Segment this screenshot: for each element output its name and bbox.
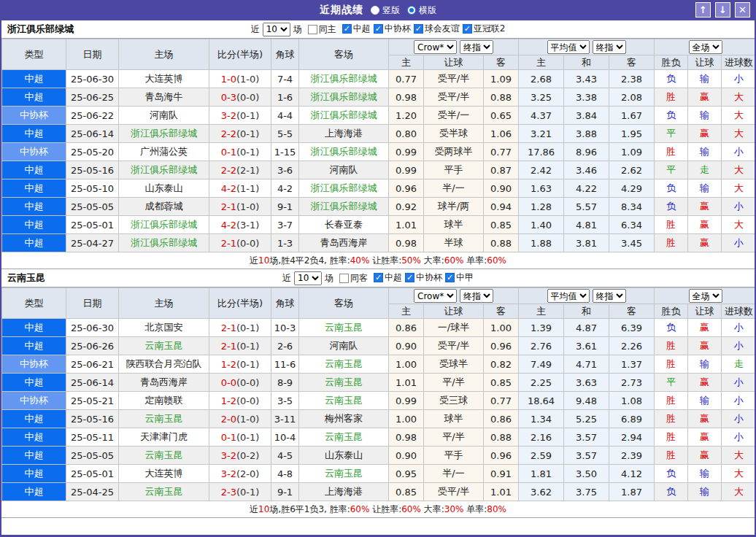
same-venue-checkbox[interactable]: 同主 bbox=[308, 23, 336, 36]
home-team-cell: 浙江俱乐部绿城 bbox=[119, 161, 209, 179]
result-handicap-cell: 输 bbox=[688, 143, 722, 161]
match-type-cell: 中超 bbox=[2, 374, 66, 392]
league-filter-checkbox[interactable]: 中协杯 bbox=[405, 271, 442, 284]
result-handicap-cell: 输 bbox=[688, 483, 722, 501]
halftime-score: (0-1) bbox=[236, 147, 259, 158]
avg-away-odds-cell: 2.26 bbox=[609, 337, 655, 355]
away-team-cell: 云南玉昆 bbox=[299, 355, 389, 374]
home-team-cell: 大连英博 bbox=[119, 70, 209, 88]
home-team-cell: 青岛海牛 bbox=[119, 88, 209, 107]
move-up-button[interactable]: ↑ bbox=[695, 2, 711, 18]
summary-text: 10 bbox=[258, 255, 269, 266]
avg-home-odds-cell: 3.21 bbox=[519, 125, 564, 143]
avg-draw-odds-cell: 3.43 bbox=[564, 70, 609, 88]
league-filter-checkbox[interactable]: 中协杯 bbox=[374, 23, 411, 35]
avg-away-odds-cell: 6.34 bbox=[609, 216, 655, 234]
result-goals-cell: 小 bbox=[722, 428, 756, 447]
fulltime-score: 2-3 bbox=[221, 487, 236, 498]
handicap-line-cell: 半球 bbox=[424, 234, 484, 252]
handicap-home-odds-cell: 0.85 bbox=[389, 483, 424, 501]
corners-cell: 3-6 bbox=[271, 161, 299, 179]
filter-recent-label: 近 bbox=[251, 23, 260, 36]
league-filter-checkbox[interactable]: 中超 bbox=[374, 271, 402, 284]
average-select[interactable]: 平均值 bbox=[547, 289, 590, 303]
league-filter-checkbox[interactable]: 中甲 bbox=[445, 271, 474, 284]
checkbox-icon bbox=[342, 24, 352, 34]
scope-select[interactable]: 全场 bbox=[689, 40, 722, 54]
away-team-cell: 山东泰山 bbox=[299, 447, 389, 465]
handicap-away-odds-cell: 0.82 bbox=[484, 355, 519, 374]
date-cell: 25-06-14 bbox=[66, 374, 119, 392]
odds-company-select[interactable]: Crow* bbox=[414, 289, 457, 303]
date-cell: 25-06-26 bbox=[66, 337, 119, 355]
handicap-home-odds-cell: 0.86 bbox=[389, 319, 424, 337]
col-header-corners: 角球 bbox=[271, 39, 299, 70]
match-row: 中超25-06-14青岛西海岸0-0(0-0)8-9云南玉昆1.01平/半0.8… bbox=[2, 374, 756, 392]
summary-text: 场,胜6平1负3, 胜率: bbox=[269, 504, 350, 514]
halftime-score: (0-0) bbox=[236, 395, 259, 406]
subcol-handicap-home: 主 bbox=[389, 55, 424, 70]
league-filter-checkbox[interactable]: 亚冠联2 bbox=[463, 23, 506, 35]
odds-final-select[interactable]: 终指 bbox=[460, 40, 493, 54]
match-row: 中协杯25-06-22河南队3-2(0-1)4-4浙江俱乐部绿城1.20受半/一… bbox=[2, 107, 756, 125]
avg-home-odds-cell: 3.62 bbox=[519, 483, 564, 501]
avg-draw-odds-cell: 8.96 bbox=[564, 143, 609, 161]
avg-draw-odds-cell: 3.84 bbox=[564, 107, 609, 125]
odds-final-select[interactable]: 终指 bbox=[460, 289, 493, 303]
match-count-select[interactable]: 10 bbox=[294, 271, 322, 285]
col-header-score: 比分(半场) bbox=[209, 39, 271, 70]
score-cell: 4-2(3-1) bbox=[209, 216, 271, 234]
match-count-select[interactable]: 10 bbox=[263, 23, 290, 36]
average-final-select[interactable]: 终指 bbox=[593, 289, 626, 303]
average-select[interactable]: 平均值 bbox=[547, 40, 590, 54]
result-outcome-cell: 胜 bbox=[655, 88, 688, 107]
match-type-cell: 中超 bbox=[2, 483, 66, 501]
handicap-away-odds-cell: 0.86 bbox=[484, 410, 519, 428]
summary-text: 60% bbox=[487, 255, 506, 266]
corners-cell: 3-11 bbox=[271, 410, 299, 428]
home-team-cell: 天津津门虎 bbox=[119, 428, 209, 447]
view-radio[interactable]: 横版 bbox=[407, 4, 436, 17]
corners-cell: 4-5 bbox=[271, 447, 299, 465]
halftime-score: (0-1) bbox=[236, 128, 259, 139]
handicap-line-cell: 受平/半 bbox=[424, 70, 484, 88]
score-cell: 2-2(0-1) bbox=[209, 125, 271, 143]
summary-text: 50% bbox=[401, 255, 421, 266]
odds-company-select[interactable]: Crow* bbox=[414, 40, 457, 54]
average-final-select[interactable]: 终指 bbox=[593, 40, 626, 54]
avg-home-odds-cell: 2.42 bbox=[519, 161, 564, 179]
handicap-line-cell: 受两球半 bbox=[424, 143, 484, 161]
checkbox-icon bbox=[374, 273, 383, 282]
subcol-goals-result: 进球数 bbox=[722, 55, 756, 70]
fulltime-score: 1-2 bbox=[221, 359, 236, 370]
subcol-goals-result: 进球数 bbox=[722, 304, 756, 319]
handicap-away-odds-cell: 0.88 bbox=[484, 428, 519, 447]
handicap-away-odds-cell: 0.77 bbox=[484, 392, 519, 410]
league-filter-checkbox[interactable]: 球会友谊 bbox=[414, 23, 460, 35]
match-row: 中超25-05-10山东泰山4-2(1-1)4-2浙江俱乐部绿城0.96半/一0… bbox=[2, 179, 756, 198]
result-outcome-cell: 负 bbox=[655, 465, 688, 483]
avg-home-odds-cell: 3.25 bbox=[519, 88, 564, 107]
league-filter-checkbox[interactable]: 中超 bbox=[342, 23, 371, 35]
move-down-button[interactable]: ↓ bbox=[715, 2, 730, 18]
match-row: 中超25-04-27浙江俱乐部绿城2-1(0-0)1-3青岛西海岸0.98半球0… bbox=[2, 234, 756, 252]
match-row: 中协杯25-05-21定南赣联1-2(0-0)3-5云南玉昆0.99受三球0.7… bbox=[2, 392, 756, 410]
result-outcome-cell: 胜 bbox=[655, 234, 688, 252]
close-button[interactable]: ✕ bbox=[735, 2, 750, 18]
handicap-home-odds-cell: 0.80 bbox=[389, 125, 424, 143]
same-venue-checkbox[interactable]: 同客 bbox=[339, 272, 368, 285]
handicap-home-odds-cell: 0.90 bbox=[389, 337, 424, 355]
handicap-line-cell: 受球半 bbox=[424, 355, 484, 374]
corners-cell: 4-2 bbox=[271, 179, 299, 198]
handicap-home-odds-cell: 0.96 bbox=[389, 179, 424, 198]
home-team-cell: 云南玉昆 bbox=[119, 447, 209, 465]
avg-home-odds-cell: 1.81 bbox=[519, 465, 564, 483]
home-team-cell: 大连英博 bbox=[119, 465, 209, 483]
view-radio[interactable]: 竖版 bbox=[371, 4, 400, 17]
scope-select[interactable]: 全场 bbox=[689, 289, 722, 303]
result-handicap-cell: 赢 bbox=[688, 374, 722, 392]
away-team-cell: 浙江俱乐部绿城 bbox=[299, 88, 389, 107]
date-cell: 25-05-05 bbox=[66, 198, 119, 216]
avg-away-odds-cell: 6.89 bbox=[609, 410, 655, 428]
subcol-avg-draw: 和 bbox=[564, 304, 609, 319]
